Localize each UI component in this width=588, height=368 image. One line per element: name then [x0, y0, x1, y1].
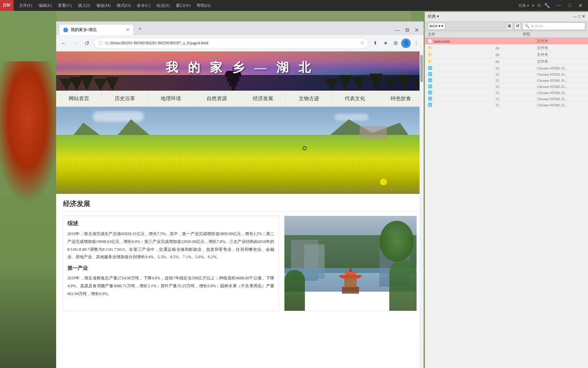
html-icon-3: 🌐 — [428, 78, 432, 82]
nav-home[interactable]: 网站首页 — [56, 91, 102, 106]
close-button[interactable]: ✕ — [576, 2, 585, 9]
file-row-index[interactable]: 📄 index.html 文件夹 — [425, 38, 588, 45]
hero-image — [56, 107, 424, 194]
extensions-icon[interactable]: ⋮ — [411, 39, 421, 48]
nav-economy[interactable]: 经济发展 — [240, 91, 286, 106]
first-industry-label: 第一产业 — [67, 265, 274, 272]
menu-window[interactable]: 窗口(W) — [173, 2, 193, 9]
content-grid: 综述 2019年，湖北省完成生产总值45828.31亿元，增长7.5%。其中，第… — [63, 216, 417, 311]
address-bar: ← → ↺ 📄 C:/Demo/B0201-B0300/B0281-B0290/… — [56, 35, 424, 51]
file-row-chrome4[interactable]: 🌐 55 Chrome HTML D... — [425, 83, 588, 90]
cursor-indicator — [303, 146, 307, 150]
overview-text: 2019年，湖北省完成生产总值45828.31亿元，增长7.5%。其中，第一产业… — [67, 230, 274, 261]
svg-rect-24 — [344, 278, 357, 287]
file-row-chrome1[interactable]: 🌐 55 Chrome HTML D... — [425, 65, 588, 71]
panel-minimize[interactable]: — — [573, 14, 577, 19]
scrollbar[interactable] — [420, 51, 424, 368]
dw-logo: DW — [0, 0, 14, 11]
browser-minimize[interactable]: — — [393, 26, 402, 34]
right-panel-classic: 经典 ▾ — □ ✕ — [425, 12, 588, 21]
panel-expand[interactable]: □ — [578, 14, 581, 19]
tab-favicon — [63, 28, 68, 32]
maximize-button[interactable]: □ — [565, 2, 574, 9]
file-icon: 📄 — [428, 39, 432, 43]
filter-icon[interactable]: ⊞ — [506, 23, 513, 30]
file-list: 📄 index.html 文件夹 📁 09 文件夹 📁 09 文件夹 📁 09 … — [425, 38, 588, 368]
html-icon-2: 🌐 — [428, 72, 432, 76]
nav-relics[interactable]: 文物古迹 — [286, 91, 332, 106]
file-row-chrome2[interactable]: 🌐 55 Chrome HTML D... — [425, 71, 588, 77]
scrollbar-thumb[interactable] — [420, 55, 423, 82]
menu-view[interactable]: 查看(V) — [55, 2, 75, 9]
html-icon-7: 🌐 — [428, 103, 432, 107]
menu-site[interactable]: 站点(S) — [154, 2, 173, 9]
svg-marker-26 — [344, 272, 357, 275]
tab-close-button[interactable]: ✕ — [126, 28, 129, 32]
titlebar: DW 文件(F) 编辑(E) 查看(V) 插入(I) 修改(M) 格式(O) 命… — [0, 0, 588, 11]
nav-food[interactable]: 特色饮食 — [378, 91, 424, 106]
back-button[interactable]: ← — [59, 39, 68, 48]
menu-modify[interactable]: 修改(M) — [94, 2, 114, 9]
nav-history[interactable]: 历史沿革 — [102, 91, 148, 106]
refresh-icon[interactable]: ↺ — [514, 23, 521, 30]
first-industry-text: 2019年，湖北省粮食总产量2724.98万吨，下降4.0%，连续7年稳定在50… — [67, 274, 274, 297]
panel-toolbar: B028 ▾ ▾ ⊞ ↺ 🔍 在 B028... — [425, 21, 588, 31]
bookmark-star-icon[interactable]: ★ — [381, 39, 390, 48]
html-icon-1: 🌐 — [428, 66, 432, 70]
toolbar-icon2[interactable]: ⚙ — [537, 3, 541, 9]
file-row-chrome3[interactable]: 🌐 55 Chrome HTML D... — [425, 77, 588, 83]
svg-marker-25 — [340, 275, 361, 278]
sidebar-toggle-icon[interactable]: ⊞ — [391, 39, 401, 48]
address-input[interactable]: 📄 C:/Demo/B0201-B0300/B0281-B0290/B0287_… — [94, 38, 369, 49]
file-row-3[interactable]: 📁 09 文件夹 — [425, 51, 588, 58]
toolbar-icon3[interactable]: 🔧 — [544, 3, 550, 9]
browser-tab-bar: 我的家乡-湖北 ✕ + — ⧉ ✕ — [56, 21, 424, 35]
window-controls: — □ ✕ — [554, 2, 588, 9]
nav-culture[interactable]: 代表文化 — [332, 91, 378, 106]
profile-button[interactable]: 👤 — [401, 39, 411, 48]
browser-restore[interactable]: ⧉ — [403, 26, 411, 34]
menu-edit[interactable]: 编辑(E) — [36, 2, 54, 9]
pavilion-svg — [337, 263, 364, 294]
classic-label: 经典 ▾ — [519, 3, 529, 8]
file-row-chrome7[interactable]: 🌐 55 Chrome HTML D... — [425, 102, 588, 108]
html-icon-5: 🌐 — [428, 90, 432, 95]
forward-button[interactable]: → — [70, 39, 80, 48]
share-icon[interactable]: ⬆ — [371, 39, 380, 48]
html-icon-4: 🌐 — [428, 84, 432, 89]
new-tab-button[interactable]: + — [135, 24, 145, 34]
toolbar-icon1[interactable]: ▾ — [532, 3, 534, 9]
content-image — [284, 216, 417, 311]
browser-window: 我的家乡-湖北 ✕ + — ⧉ ✕ ← → ↺ 📄 C:/Demo/B0201-… — [56, 21, 424, 368]
menu-file[interactable]: 文件(F) — [16, 2, 35, 9]
left-bottom-trees — [0, 266, 56, 368]
folder-icon-1: 📁 — [428, 46, 432, 50]
menu-help[interactable]: 帮助(H) — [194, 2, 213, 9]
file-row-4[interactable]: 📁 09 文件夹 — [425, 58, 588, 65]
nav-nature[interactable]: 自然资源 — [194, 91, 240, 106]
nav-geography[interactable]: 地理环境 — [148, 91, 194, 106]
file-row-2[interactable]: 📁 09 文件夹 — [425, 45, 588, 51]
file-row-chrome5[interactable]: 🌐 55 Chrome HTML D... — [425, 90, 588, 96]
panel-search-box[interactable]: 🔍 在 B028... — [522, 22, 585, 30]
active-tab[interactable]: 我的家乡-湖北 ✕ — [59, 24, 134, 35]
header-title-container: 我 的 家 乡 — 湖 北 — [56, 51, 424, 91]
svg-rect-31 — [342, 292, 359, 294]
panel-close[interactable]: ✕ — [582, 14, 585, 19]
menu-command[interactable]: 命令(C) — [134, 2, 153, 9]
website-content: 我 的 家 乡 — 湖 北 网站首页 历史沿革 地理环境 自然资源 经济发展 文… — [56, 51, 424, 368]
menu-insert[interactable]: 插入(I) — [75, 2, 93, 9]
menu-format[interactable]: 格式(O) — [114, 2, 133, 9]
nav-bar: 网站首页 历史沿革 地理环境 自然资源 经济发展 文物古迹 代表文化 特色饮食 — [56, 91, 424, 107]
html-icon-6: 🌐 — [428, 96, 432, 101]
right-panel: B028 ▾ ▾ ⊞ ↺ 🔍 在 B028... 文件 类型 📄 index.h… — [425, 21, 588, 368]
minimize-button[interactable]: — — [554, 2, 564, 9]
file-row-chrome6[interactable]: 🌐 55 Chrome HTML D... — [425, 96, 588, 102]
folder-icon-3: 📁 — [428, 59, 432, 64]
website-header: 我 的 家 乡 — 湖 北 — [56, 51, 424, 91]
site-dropdown[interactable]: B028 ▾ ▾ — [428, 23, 445, 30]
bookmark-icon[interactable]: ☆ — [360, 41, 364, 46]
reload-button[interactable]: ↺ — [82, 39, 92, 48]
search-placeholder: 在 B028... — [531, 24, 545, 29]
browser-close[interactable]: ✕ — [412, 26, 421, 34]
